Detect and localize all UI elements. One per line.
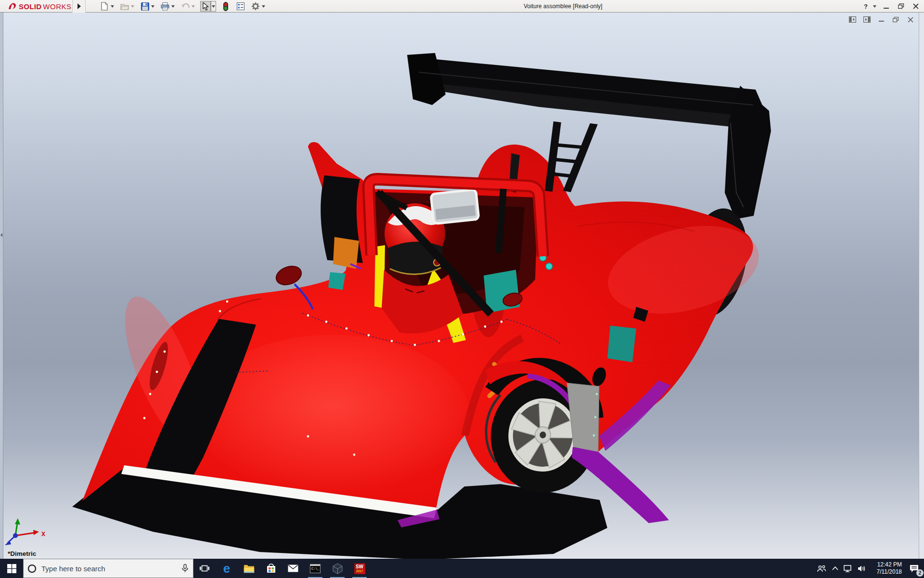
interior-teal-stripe [328,272,346,290]
action-center-button[interactable]: 2 [904,559,924,578]
taskbar-app-hexagon[interactable] [326,559,348,578]
solidworks-window: SOLIDWORKS [0,0,924,578]
view-orientation-label: *Dimetric [8,550,36,557]
undo-dropdown[interactable] [191,1,196,12]
help-dropdown-icon[interactable] [873,5,876,8]
doc-restore-button[interactable] [892,16,900,23]
titlebar: SOLIDWORKS [0,0,924,13]
taskbar-app-file-explorer[interactable] [238,559,260,578]
save-floppy-icon [141,2,149,11]
people-button[interactable] [814,559,829,578]
command-prompt-icon: C:\_ [310,564,321,573]
standard-toolbar [99,0,270,13]
clock-date: 7/11/2018 [869,568,902,576]
taskbar-app-command-prompt[interactable]: C:\_ [304,559,326,578]
store-icon [266,564,276,573]
task-view-button[interactable] [193,559,216,578]
start-button[interactable] [0,559,23,578]
gear-icon [251,2,260,11]
left-mirror [273,263,304,288]
save-button[interactable] [140,1,150,12]
flyout-arrow-icon [77,3,81,9]
restore-button[interactable] [896,1,906,12]
select-tool-button[interactable] [200,1,211,12]
options-list-icon [237,2,244,10]
model-3d-view[interactable]: X [0,13,924,559]
new-document-button[interactable] [99,1,110,12]
doc-minimize-button[interactable] [877,16,886,23]
ds-logo-icon [7,1,17,11]
clock-time: 12:42 PM [869,561,902,568]
help-button[interactable]: ? [863,3,869,10]
network-button[interactable] [841,559,855,578]
brand-text-bold: SOLID [19,2,41,11]
notification-badge: 2 [916,569,924,577]
chevron-up-icon [832,566,838,570]
taskbar-app-solidworks[interactable]: SW 2017 [348,559,371,578]
hidden-icons-button[interactable] [829,559,841,578]
taskbar-search-box[interactable]: Type here to search [23,559,193,578]
feature-pane-splitter[interactable] [0,13,3,559]
traffic-light-icon [223,2,228,11]
taskbar-app-store[interactable] [260,559,282,578]
close-button[interactable] [911,1,921,12]
save-dropdown[interactable] [150,1,155,12]
graphics-viewport[interactable]: X *Dimetric [0,13,924,559]
taskbar-app-mail[interactable] [282,559,304,578]
people-icon [817,565,826,572]
rebuild-button[interactable] [220,1,231,12]
volume-button[interactable] [855,559,869,578]
open-folder-icon [120,3,129,10]
windows-taskbar: Type here to search e [0,559,924,578]
side-teal-vent [607,326,636,362]
print-button[interactable] [160,1,170,12]
speaker-icon [858,565,866,572]
edge-icon: e [223,562,230,575]
wing-struts [545,121,598,192]
window-controls: ? [863,0,921,13]
triad-x-label: X [41,531,45,538]
print-dropdown[interactable] [170,1,176,12]
windscreen [431,189,479,223]
collapse-arrow-icon [0,233,2,237]
options-list-button[interactable] [235,1,246,12]
document-title: Voiture assomblee [Read-only] [524,0,602,13]
teal-fitting-2 [546,263,552,270]
doc-close-button[interactable] [906,16,914,23]
task-view-icon [200,565,209,572]
solidworks-app-icon: SW 2017 [354,563,365,574]
microphone-icon[interactable] [182,564,188,573]
print-icon [161,2,169,11]
taskbar-app-edge[interactable]: e [216,559,238,578]
orientation-triad: X [5,518,45,545]
minimize-button[interactable] [881,1,891,12]
new-document-dropdown[interactable] [110,1,115,12]
pane-right-button[interactable] [863,16,871,23]
undo-arrow-icon [181,3,190,10]
select-tool-dropdown[interactable] [211,1,216,12]
taskbar-clock[interactable]: 12:42 PM 7/11/2018 [869,561,904,576]
settings-gear-button[interactable] [250,1,261,12]
open-dropdown[interactable] [130,1,135,12]
solidworks-logo: SOLIDWORKS [7,0,72,13]
interior-orange-panel [333,237,359,269]
search-placeholder-text: Type here to search [41,565,177,573]
pane-left-button[interactable] [848,16,857,23]
mail-icon [288,565,298,572]
task-pane-strip[interactable] [919,13,924,559]
undo-button[interactable] [180,1,191,12]
brand-text-light: WORKS [43,2,71,11]
new-document-icon [101,2,108,11]
toolbar-flyout-button[interactable] [72,0,86,13]
open-button[interactable] [119,1,130,12]
settings-dropdown[interactable] [261,1,266,12]
document-window-controls [848,16,914,23]
cortana-icon [27,564,37,573]
hexagon-app-icon [332,563,343,574]
file-explorer-icon [244,564,255,573]
system-tray: 12:42 PM 7/11/2018 2 [814,559,924,578]
windows-logo-icon [7,564,16,573]
select-cursor-icon [203,2,209,11]
ethernet-icon [844,565,852,572]
